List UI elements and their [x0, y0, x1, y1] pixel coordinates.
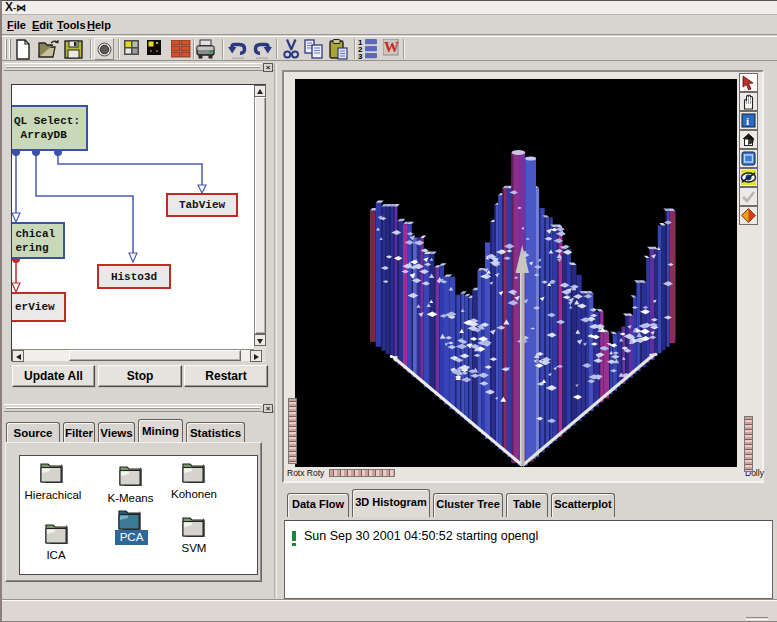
svg-text:3: 3 — [358, 52, 363, 59]
svg-text:W: W — [384, 39, 399, 55]
svg-text:i: i — [746, 115, 749, 127]
